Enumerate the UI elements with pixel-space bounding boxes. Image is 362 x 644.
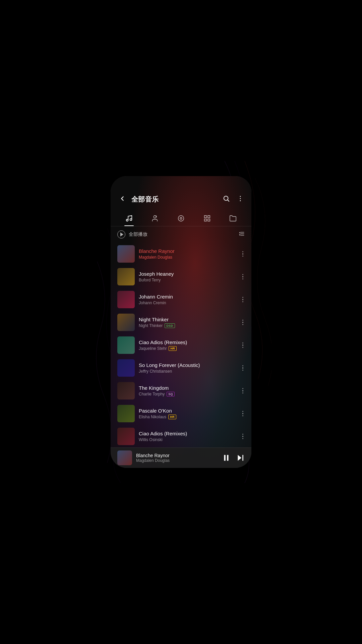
svg-rect-12 — [204, 219, 206, 221]
song-item[interactable]: Pascale O'Kon Elisha NikolausHR — [111, 402, 251, 425]
song-thumbnail — [117, 291, 135, 308]
thumb-image — [117, 268, 135, 285]
dot — [242, 274, 244, 275]
dot — [242, 342, 244, 344]
dot — [242, 251, 244, 253]
header-icons — [222, 194, 245, 205]
header: 全部音乐 — [111, 176, 251, 209]
now-playing-artist: Magdalen Douglas — [136, 458, 218, 463]
song-more-button[interactable] — [241, 341, 245, 350]
next-button[interactable] — [236, 453, 245, 462]
thumb-image — [117, 405, 135, 422]
tab-playlists[interactable] — [199, 212, 215, 226]
dot — [242, 388, 244, 389]
song-title: Ciao Adios (Remixes) — [139, 431, 237, 436]
search-button[interactable] — [222, 194, 231, 205]
dot — [242, 278, 244, 280]
song-more-button[interactable] — [241, 432, 245, 441]
song-thumbnail — [117, 359, 135, 377]
song-title: The Kingdom — [139, 385, 237, 391]
dot — [242, 322, 244, 323]
song-more-button[interactable] — [241, 410, 245, 418]
song-more-button[interactable] — [241, 273, 245, 281]
tab-artists[interactable] — [147, 212, 163, 226]
song-more-button[interactable] — [241, 387, 245, 395]
song-title: Ciao Adios (Remixes) — [139, 339, 237, 345]
song-title: So Long Forever (Acoustic) — [139, 362, 237, 368]
song-item[interactable]: So Long Forever (Acoustic) Jeffry Christ… — [111, 357, 251, 379]
song-item[interactable]: Joseph Heaney Buford Terry — [111, 265, 251, 288]
tab-folders[interactable] — [225, 212, 241, 226]
song-thumbnail — [117, 382, 135, 399]
song-thumbnail — [117, 314, 135, 331]
tab-albums[interactable] — [173, 212, 189, 226]
song-info: Joseph Heaney Buford Terry — [139, 271, 237, 282]
svg-rect-10 — [204, 216, 206, 218]
play-all-label: 全部播放 — [129, 231, 235, 237]
quality-badge: HR — [169, 346, 177, 351]
thumb-image — [117, 291, 135, 308]
svg-rect-18 — [227, 455, 228, 461]
song-item[interactable]: The Kingdom Charlie TorphySQ — [111, 379, 251, 402]
dot — [242, 367, 244, 369]
svg-point-5 — [126, 219, 128, 221]
song-more-button[interactable] — [241, 250, 245, 258]
song-artist: Willis Osinski — [139, 437, 237, 442]
more-menu-button[interactable] — [236, 194, 245, 205]
song-thumbnail — [117, 336, 135, 354]
thumb-image — [117, 314, 135, 331]
song-info: Ciao Adios (Remixes) Jaqueline StehrHR — [139, 339, 237, 351]
sort-button[interactable] — [239, 231, 245, 238]
now-playing-thumbnail — [117, 450, 132, 465]
svg-point-6 — [130, 219, 132, 221]
play-all-button[interactable] — [117, 230, 125, 238]
dot — [242, 415, 244, 417]
dot — [242, 370, 244, 371]
song-artist: Magdalen Douglas — [139, 255, 237, 260]
dot — [242, 413, 244, 414]
svg-point-4 — [240, 200, 241, 201]
song-item[interactable]: Night Thinker Night ThinkerDSD — [111, 311, 251, 334]
song-more-button[interactable] — [241, 296, 245, 304]
now-playing-controls — [222, 453, 245, 462]
song-more-button[interactable] — [241, 318, 245, 327]
play-icon — [120, 232, 123, 236]
dot — [242, 436, 244, 437]
song-title: Night Thinker — [139, 317, 237, 322]
back-button[interactable] — [117, 194, 127, 205]
song-title: Johann Cremin — [139, 294, 237, 300]
thumb-image — [117, 336, 135, 354]
song-artist: Charlie TorphySQ — [139, 392, 237, 396]
song-info: So Long Forever (Acoustic) Jeffry Christ… — [139, 362, 237, 374]
tab-songs[interactable] — [121, 212, 137, 226]
song-info: Ciao Adios (Remixes) Willis Osinski — [139, 431, 237, 442]
svg-line-1 — [228, 200, 229, 201]
quality-badge: HR — [168, 415, 176, 419]
svg-point-3 — [240, 198, 241, 199]
dot — [242, 392, 244, 394]
song-thumbnail — [117, 268, 135, 285]
dot — [242, 301, 244, 303]
dot — [242, 411, 244, 412]
dot — [242, 276, 244, 277]
song-thumbnail — [117, 245, 135, 263]
song-item[interactable]: Ciao Adios (Remixes) Willis Osinski — [111, 425, 251, 447]
nav-tabs — [111, 209, 251, 226]
svg-point-8 — [178, 216, 184, 221]
song-info: Johann Cremin Johann Cremin — [139, 294, 237, 305]
svg-marker-19 — [238, 455, 241, 461]
song-title: Joseph Heaney — [139, 271, 237, 277]
svg-point-2 — [240, 196, 241, 197]
svg-rect-17 — [224, 455, 226, 461]
dot — [242, 320, 244, 321]
song-item[interactable]: Blanche Raynor Magdalen Douglas — [111, 243, 251, 265]
song-item[interactable]: Johann Cremin Johann Cremin — [111, 288, 251, 311]
now-playing-info: Blanche Raynor Magdalen Douglas — [136, 453, 218, 463]
song-more-button[interactable] — [241, 364, 245, 372]
song-item[interactable]: Ciao Adios (Remixes) Jaqueline StehrHR — [111, 334, 251, 357]
page-title: 全部音乐 — [131, 195, 218, 204]
song-info: The Kingdom Charlie TorphySQ — [139, 385, 237, 396]
pause-button[interactable] — [222, 453, 231, 462]
now-playing-bar: Blanche Raynor Magdalen Douglas — [111, 447, 251, 468]
dot — [242, 438, 244, 439]
